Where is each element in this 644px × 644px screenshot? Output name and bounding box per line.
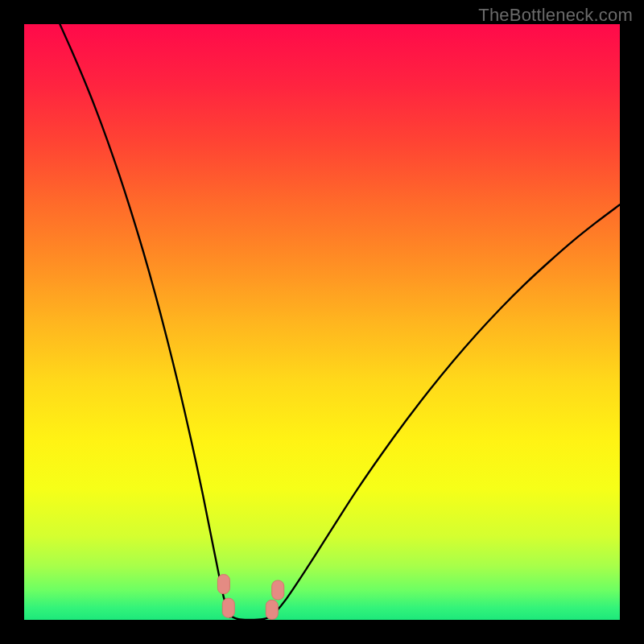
right-marker-lower (266, 600, 278, 619)
right-marker-upper (272, 580, 284, 600)
plot-area (24, 24, 620, 620)
left-marker-lower (222, 598, 234, 617)
chart-frame: TheBottleneck.com (0, 0, 644, 644)
chart-svg (24, 24, 620, 620)
watermark-text: TheBottleneck.com (478, 5, 633, 26)
gradient-background (24, 24, 620, 620)
left-marker-upper (217, 575, 229, 594)
